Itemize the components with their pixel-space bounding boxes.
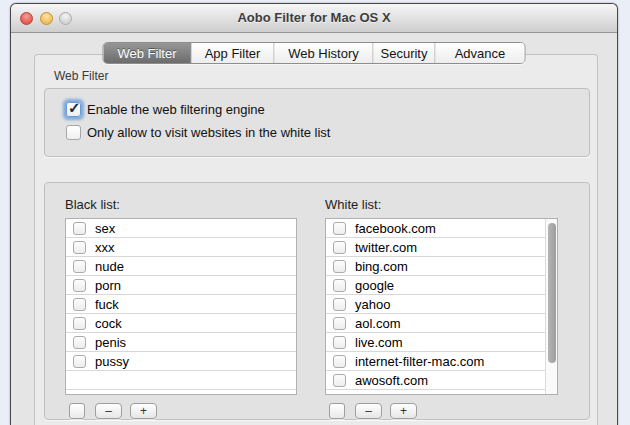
tab-security[interactable]: Security	[374, 43, 436, 63]
black-list[interactable]: sexxxxnudepornfuckcockpenispussy	[65, 218, 297, 395]
list-item-label: xxx	[95, 240, 115, 255]
list-item-label: nude	[95, 259, 124, 274]
list-item[interactable]: xxx	[66, 238, 296, 257]
list-item-checkbox[interactable]	[73, 298, 86, 311]
list-item[interactable]: facebook.com	[326, 219, 545, 238]
list-item-label: porn	[95, 278, 121, 293]
list-item[interactable]: fuck	[66, 295, 296, 314]
list-item-checkbox[interactable]	[73, 222, 86, 235]
list-item-label: fuck	[95, 297, 119, 312]
white-list-add-button[interactable]: +	[390, 403, 417, 419]
list-item-checkbox[interactable]	[73, 317, 86, 330]
list-item[interactable]: cock	[66, 314, 296, 333]
white-list[interactable]: facebook.comtwitter.combing.comgoogleyah…	[325, 218, 558, 395]
list-item-label: penis	[95, 335, 126, 350]
list-item-checkbox[interactable]	[333, 298, 346, 311]
list-item-checkbox[interactable]	[333, 222, 346, 235]
list-item[interactable]: yahoo	[326, 295, 545, 314]
list-item[interactable]: nude	[66, 257, 296, 276]
whitelist-only-label: Only allow to visit websites in the whit…	[87, 125, 330, 140]
tab-app-filter[interactable]: App Filter	[192, 43, 275, 63]
window-title: Aobo Filter for Mac OS X	[11, 10, 617, 25]
white-list-select-checkbox[interactable]	[329, 403, 345, 419]
list-item-checkbox[interactable]	[333, 374, 346, 387]
black-list-remove-button[interactable]: –	[95, 403, 122, 419]
list-item[interactable]: google	[326, 276, 545, 295]
enable-web-filtering-checkbox[interactable]	[66, 102, 81, 117]
tab-advance[interactable]: Advance	[436, 43, 525, 63]
whitelist-only-checkbox[interactable]	[66, 125, 81, 140]
list-item-checkbox[interactable]	[73, 336, 86, 349]
list-item[interactable]: internet-filter-mac.com	[326, 352, 545, 371]
list-item[interactable]: twitter.com	[326, 238, 545, 257]
enable-web-filtering-label: Enable the web filtering engine	[87, 102, 265, 117]
list-item[interactable]: live.com	[326, 333, 545, 352]
list-item-checkbox[interactable]	[333, 336, 346, 349]
list-item-checkbox[interactable]	[333, 317, 346, 330]
list-item-label: awosoft.com	[355, 373, 428, 388]
list-item[interactable]: pussy	[66, 352, 296, 371]
list-item-label: yahoo	[355, 297, 390, 312]
list-item-checkbox[interactable]	[73, 241, 86, 254]
list-item-checkbox[interactable]	[73, 260, 86, 273]
list-item-checkbox[interactable]	[333, 279, 346, 292]
list-empty-row	[66, 371, 296, 390]
white-list-remove-button[interactable]: –	[355, 403, 382, 419]
web-filter-group-label: Web Filter	[54, 69, 108, 83]
tab-web-history[interactable]: Web History	[275, 43, 374, 63]
list-item[interactable]: bing.com	[326, 257, 545, 276]
list-item-label: aol.com	[355, 316, 401, 331]
tab-web-filter[interactable]: Web Filter	[104, 43, 192, 63]
list-item[interactable]: penis	[66, 333, 296, 352]
app-window: Aobo Filter for Mac OS X Web Filter App …	[10, 3, 618, 425]
list-item[interactable]: aol.com	[326, 314, 545, 333]
list-item[interactable]: porn	[66, 276, 296, 295]
list-item[interactable]: sex	[66, 219, 296, 238]
list-item-label: cock	[95, 316, 122, 331]
list-item-label: bing.com	[355, 259, 408, 274]
scrollbar-thumb[interactable]	[548, 223, 556, 363]
black-list-add-button[interactable]: +	[130, 403, 157, 419]
white-list-controls: – +	[329, 402, 417, 419]
list-item-label: sex	[95, 221, 115, 236]
white-list-scrollbar[interactable]	[545, 219, 557, 394]
web-filter-group-box: Enable the web filtering engine Only all…	[44, 88, 590, 157]
black-list-label: Black list:	[65, 197, 120, 212]
list-item-label: facebook.com	[355, 221, 436, 236]
lists-group-box: Black list: White list: sexxxxnudepornfu…	[44, 182, 590, 420]
screenshot-background: Aobo Filter for Mac OS X Web Filter App …	[0, 0, 630, 425]
titlebar[interactable]: Aobo Filter for Mac OS X	[11, 4, 617, 33]
list-item-label: google	[355, 278, 394, 293]
tab-content-panel: Web Filter Enable the web filtering engi…	[34, 54, 598, 425]
list-item-checkbox[interactable]	[333, 355, 346, 368]
list-item-label: internet-filter-mac.com	[355, 354, 484, 369]
black-list-controls: – +	[69, 402, 157, 419]
tab-bar: Web Filter App Filter Web History Securi…	[103, 42, 526, 64]
black-list-select-checkbox[interactable]	[69, 403, 85, 419]
list-item-checkbox[interactable]	[73, 355, 86, 368]
list-item-label: live.com	[355, 335, 403, 350]
list-item-label: twitter.com	[355, 240, 417, 255]
list-item-checkbox[interactable]	[333, 260, 346, 273]
list-item-label: pussy	[95, 354, 129, 369]
list-item[interactable]: awosoft.com	[326, 371, 545, 390]
list-item-checkbox[interactable]	[333, 241, 346, 254]
list-item-checkbox[interactable]	[73, 279, 86, 292]
white-list-label: White list:	[325, 197, 381, 212]
